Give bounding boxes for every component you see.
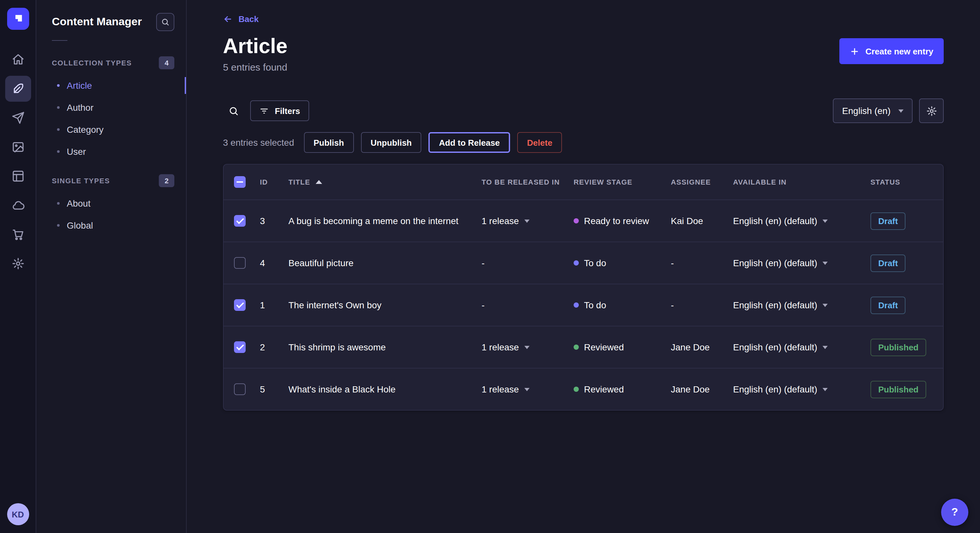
sidebar-item-article[interactable]: Article <box>36 75 186 97</box>
table-row[interactable]: 1 The internet's Own boy - To do - Engli… <box>224 284 943 326</box>
cell-id: 3 <box>260 216 288 226</box>
section-collection-types: COLLECTION TYPES 4 Article Author Catego… <box>36 51 186 163</box>
home-icon[interactable] <box>5 47 31 73</box>
cell-id: 1 <box>260 300 288 310</box>
sort-ascending-icon <box>315 180 322 184</box>
cloud-icon[interactable] <box>5 192 31 218</box>
sidebar-item-user[interactable]: User <box>36 141 186 163</box>
arrow-left-icon <box>223 14 233 24</box>
main-content: Back Article 5 entries found Create new … <box>187 0 980 533</box>
cell-available-in-dropdown[interactable]: English (en) (default) <box>733 300 870 310</box>
stage-dot-icon <box>574 303 579 308</box>
delete-button[interactable]: Delete <box>517 132 562 153</box>
table-row[interactable]: 4 Beautiful picture - To do - English (e… <box>224 241 943 284</box>
back-link[interactable]: Back <box>223 14 259 24</box>
entries-table: ID TITLE TO BE RELEASED IN REVIEW STAGE … <box>223 164 944 411</box>
row-checkbox[interactable] <box>234 215 246 227</box>
create-new-entry-button[interactable]: Create new entry <box>839 38 944 64</box>
content-type-builder-icon[interactable] <box>5 163 31 189</box>
chevron-down-icon <box>898 109 904 113</box>
chevron-down-icon <box>524 346 529 349</box>
cell-release-dropdown[interactable]: 1 release <box>482 342 574 352</box>
bullet-icon <box>57 150 60 153</box>
table-row[interactable]: 5 What's inside a Black Hole 1 release R… <box>224 368 943 410</box>
chevron-down-icon <box>822 219 828 222</box>
row-checkbox[interactable] <box>234 257 246 269</box>
sidebar-item-global[interactable]: Global <box>36 214 186 236</box>
select-all-checkbox[interactable] <box>234 176 246 188</box>
status-badge: Draft <box>870 296 906 314</box>
bullet-icon <box>57 106 60 109</box>
sidebar-divider <box>52 40 67 41</box>
table-row[interactable]: 3 A bug is becoming a meme on the intern… <box>224 200 943 241</box>
cell-title: The internet's Own boy <box>288 300 482 310</box>
sidebar-item-label: About <box>67 198 91 209</box>
chevron-down-icon <box>822 303 828 307</box>
sidebar-item-about[interactable]: About <box>36 192 186 214</box>
sidebar-item-label: Author <box>67 102 94 113</box>
column-header-available-in: AVAILABLE IN <box>733 178 870 186</box>
cell-title: Beautiful picture <box>288 258 482 268</box>
row-checkbox[interactable] <box>234 383 246 395</box>
back-label: Back <box>239 14 259 24</box>
cell-assignee: - <box>671 258 733 268</box>
cell-available-in-dropdown[interactable]: English (en) (default) <box>733 384 870 394</box>
column-header-id[interactable]: ID <box>260 178 288 186</box>
content-manager-icon[interactable] <box>5 76 31 102</box>
section-label: COLLECTION TYPES <box>52 59 132 67</box>
sidebar-title: Content Manager <box>52 16 142 29</box>
column-header-status: STATUS <box>870 178 933 186</box>
column-header-title[interactable]: TITLE <box>288 178 482 186</box>
status-badge: Draft <box>870 212 906 230</box>
sidebar-item-category[interactable]: Category <box>36 119 186 141</box>
send-icon[interactable] <box>5 105 31 131</box>
sidebar-item-label: Global <box>67 220 93 230</box>
row-checkbox[interactable] <box>234 341 246 353</box>
cell-release-dropdown[interactable]: 1 release <box>482 216 574 226</box>
section-label: SINGLE TYPES <box>52 177 110 185</box>
help-button[interactable]: ? <box>941 499 968 526</box>
chevron-down-icon <box>524 388 529 391</box>
column-header-review-stage: REVIEW STAGE <box>574 178 671 186</box>
cell-id: 2 <box>260 342 288 352</box>
locale-select[interactable]: English (en) <box>833 98 913 123</box>
marketplace-cart-icon[interactable] <box>5 222 31 247</box>
sidebar-item-label: Article <box>67 80 92 90</box>
cell-available-in-dropdown[interactable]: English (en) (default) <box>733 342 870 352</box>
sidebar-item-author[interactable]: Author <box>36 97 186 119</box>
cell-review-stage: Ready to review <box>574 216 671 226</box>
section-single-types: SINGLE TYPES 2 About Global <box>36 169 186 236</box>
cell-release-dropdown[interactable]: 1 release <box>482 384 574 394</box>
cell-review-stage: Reviewed <box>574 342 671 352</box>
cell-release: - <box>482 258 574 268</box>
status-badge: Published <box>870 338 926 356</box>
section-count-badge: 4 <box>159 56 174 69</box>
table-row[interactable]: 2 This shrimp is awesome 1 release Revie… <box>224 326 943 368</box>
bullet-icon <box>57 128 60 131</box>
cell-available-in-dropdown[interactable]: English (en) (default) <box>733 258 870 268</box>
selection-count-text: 3 entries selected <box>223 137 294 148</box>
sidebar-search-icon[interactable] <box>156 13 174 31</box>
strapi-logo[interactable] <box>7 8 29 30</box>
add-to-release-button[interactable]: Add to Release <box>428 132 510 153</box>
chevron-down-icon <box>524 219 529 222</box>
filters-button[interactable]: Filters <box>250 100 309 121</box>
settings-gear-icon[interactable] <box>5 251 31 276</box>
cell-assignee: Jane Doe <box>671 384 733 394</box>
cell-review-stage: To do <box>574 300 671 310</box>
user-avatar[interactable]: KD <box>7 503 29 525</box>
stage-dot-icon <box>574 344 579 350</box>
chevron-down-icon <box>822 261 828 265</box>
cell-review-stage: Reviewed <box>574 384 671 394</box>
bullet-icon <box>57 202 60 205</box>
chevron-down-icon <box>822 388 828 391</box>
row-checkbox[interactable] <box>234 299 246 311</box>
view-settings-gear-icon[interactable] <box>919 98 944 123</box>
filter-icon <box>259 106 269 116</box>
search-icon[interactable] <box>223 100 244 121</box>
unpublish-button[interactable]: Unpublish <box>361 132 421 153</box>
cell-available-in-dropdown[interactable]: English (en) (default) <box>733 216 870 226</box>
publish-button[interactable]: Publish <box>304 132 353 153</box>
cell-assignee: Kai Doe <box>671 216 733 226</box>
media-library-icon[interactable] <box>5 134 31 160</box>
